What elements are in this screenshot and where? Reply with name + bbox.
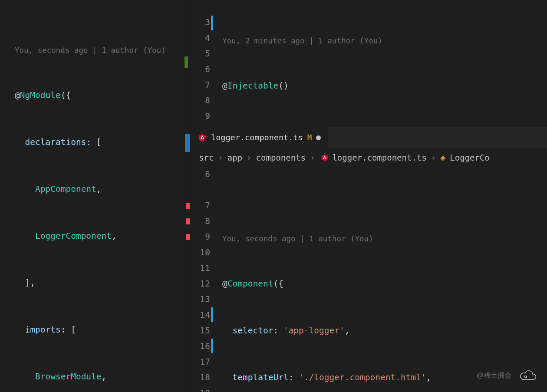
editor-pane-logger-component[interactable]: 6 7 8 9 10 11 12 13 14 15 16 17 18 19 Yo…	[191, 167, 547, 392]
line-highlight-marker	[211, 307, 213, 322]
tab-logger-component[interactable]: logger.component.ts M	[191, 127, 328, 148]
decorator-name: NgModule	[20, 90, 61, 100]
decorator-at: @	[15, 90, 20, 100]
gutter-change-added	[185, 56, 188, 68]
chevron-right-icon: ›	[215, 150, 225, 165]
svg-point-0	[525, 376, 527, 378]
prop-declarations: declarations	[25, 137, 86, 147]
chevron-right-icon: ›	[244, 150, 254, 165]
chevron-right-icon: ›	[428, 150, 438, 165]
line-highlight-marker	[211, 339, 213, 353]
class-browsermodule: BrowserModule	[35, 372, 102, 382]
code-block-logger-component[interactable]: You, seconds ago | 1 author (You) @Compo…	[222, 167, 547, 392]
watermark-text: @稀土掘金	[477, 368, 511, 383]
breadcrumb-app[interactable]: app	[227, 150, 242, 165]
gutter-bottom: 6 7 8 9 10 11 12 13 14 15 16 17 18 19	[191, 167, 215, 392]
line-highlight-marker	[211, 16, 213, 30]
gutter-change-deleted	[186, 203, 190, 209]
code-block-test-service[interactable]: You, 2 minutes ago | 1 author (You) @Inj…	[222, 0, 547, 127]
close-arr: ],	[25, 278, 35, 288]
angular-icon	[321, 154, 329, 161]
tab-modified-indicator: M	[307, 130, 312, 145]
tab-bar: logger.component.ts M	[191, 127, 547, 148]
codelens-text: You, seconds ago | 1 author (You)	[15, 41, 191, 56]
codelens-text: You, seconds ago | 1 author (You)	[222, 229, 547, 245]
breadcrumb-components[interactable]: components	[256, 150, 306, 165]
breadcrumb-class[interactable]: LoggerCo	[450, 150, 490, 165]
class-appcomponent: AppComponent	[35, 184, 96, 194]
chevron-right-icon: ›	[307, 150, 317, 165]
tab-label: logger.component.ts	[211, 130, 303, 145]
code-block-app-module[interactable]: You, seconds ago | 1 author (You) @NgMod…	[15, 0, 191, 392]
angular-icon	[198, 133, 207, 142]
breadcrumb-src[interactable]: src	[199, 150, 214, 165]
prop-imports: imports	[25, 325, 60, 335]
paren-open: ({	[61, 90, 71, 100]
codelens-text: You, 2 minutes ago | 1 author (You)	[222, 31, 547, 47]
breadcrumb[interactable]: src › app › components › logger.componen…	[191, 148, 547, 167]
watermark: @稀土掘金	[477, 368, 538, 383]
gutter-change-modified	[185, 134, 190, 152]
breadcrumb-file[interactable]: logger.component.ts	[332, 150, 426, 165]
editor-pane-app-module[interactable]: You, seconds ago | 1 author (You) @NgMod…	[0, 0, 191, 392]
class-loggercomponent: LoggerComponent	[35, 231, 112, 241]
editor-pane-test-service[interactable]: 3 4 5 6 7 8 9 You, 2 minutes ago | 1 aut…	[191, 0, 547, 127]
unsaved-dot-icon[interactable]	[316, 135, 321, 140]
class-symbol-icon: ◈	[440, 150, 445, 165]
cloud-logo-icon	[518, 369, 538, 382]
